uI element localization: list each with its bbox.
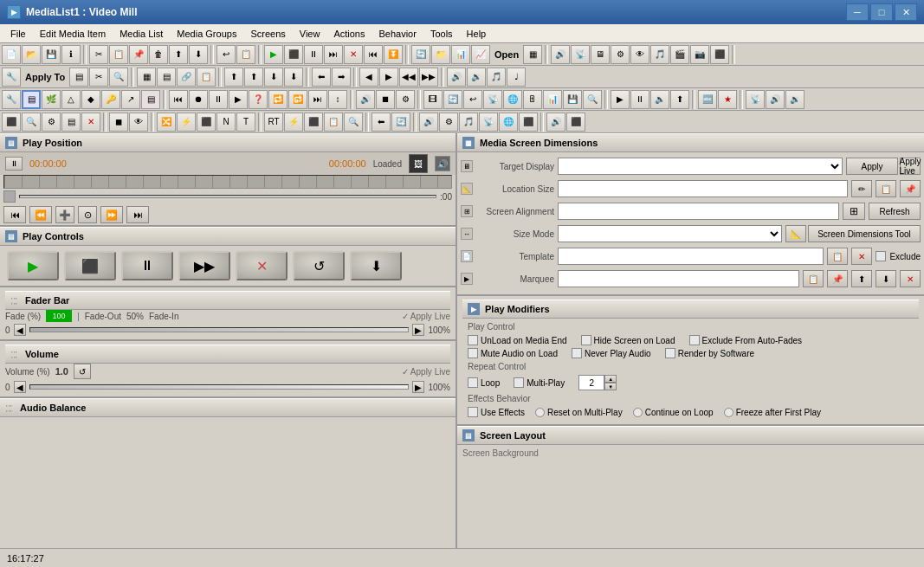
tb-copy[interactable]: 📋 bbox=[109, 45, 128, 64]
menu-tools[interactable]: Tools bbox=[423, 25, 460, 42]
tb4-b7[interactable]: 👁 bbox=[129, 113, 148, 132]
refresh-button[interactable]: ↺ bbox=[293, 251, 345, 280]
tb3-b10[interactable]: ⏺ bbox=[189, 90, 208, 109]
tb3-b6[interactable]: 🔑 bbox=[101, 90, 120, 109]
tb3-b7[interactable]: ↗ bbox=[121, 90, 140, 109]
tb3-b38[interactable]: 🔉 bbox=[785, 90, 804, 109]
multi-play-input[interactable]: 2 bbox=[578, 375, 604, 390]
tb3-b18[interactable]: 🔊 bbox=[356, 90, 375, 109]
tb4-b4[interactable]: ▤ bbox=[61, 113, 81, 132]
tb4-b17[interactable]: 🔍 bbox=[344, 113, 363, 132]
marquee-b1[interactable]: 📋 bbox=[803, 270, 824, 287]
marquee-b3[interactable]: ⬆ bbox=[851, 270, 872, 287]
tb2-b2[interactable]: ▤ bbox=[69, 68, 88, 87]
menu-media-list[interactable]: Media List bbox=[113, 25, 170, 42]
loop-checkbox[interactable] bbox=[468, 377, 478, 388]
tb3-b27[interactable]: 📊 bbox=[543, 90, 562, 109]
freeze-first-radio[interactable]: Freeze after First Play bbox=[724, 408, 821, 417]
multi-play-check[interactable]: Multi-Play bbox=[514, 377, 565, 388]
continue-loop-radio[interactable]: Continue on Loop bbox=[633, 408, 714, 417]
tb3-b12[interactable]: ▶ bbox=[229, 90, 248, 109]
tb4-b21[interactable]: ⚙ bbox=[439, 113, 458, 132]
menu-screens[interactable]: Screens bbox=[243, 25, 292, 42]
cancel-button[interactable]: ✕ bbox=[236, 251, 288, 280]
render-software-check[interactable]: Render by Software bbox=[665, 348, 754, 358]
tb3-b3[interactable]: 🌿 bbox=[42, 90, 61, 109]
tb3-b15[interactable]: 🔂 bbox=[288, 90, 307, 109]
tb-b16[interactable]: 🖥 bbox=[591, 45, 610, 64]
tb3-b34[interactable]: 🔤 bbox=[698, 90, 717, 109]
tb4-b5[interactable]: ✕ bbox=[81, 113, 100, 132]
mute-audio-check[interactable]: Mute Audio on Load bbox=[468, 348, 558, 358]
tb3-b29[interactable]: 🔍 bbox=[583, 90, 602, 109]
multi-play-spinbox[interactable]: 2 ▲ ▼ bbox=[578, 375, 617, 390]
stop-button[interactable]: ⬛ bbox=[64, 251, 116, 280]
tb4-b25[interactable]: ⬛ bbox=[519, 113, 538, 132]
tb2-b8[interactable]: 📋 bbox=[197, 68, 216, 87]
tb-b1[interactable]: ⬆ bbox=[169, 45, 188, 64]
fade-left-arrow[interactable]: ◀ bbox=[14, 324, 26, 336]
tb-b19[interactable]: 🎵 bbox=[650, 45, 669, 64]
tb2-b18[interactable]: ▶▶ bbox=[419, 68, 438, 87]
tb4-b18[interactable]: ⬅ bbox=[372, 113, 391, 132]
tb2-b6[interactable]: ▤ bbox=[157, 68, 176, 87]
tb3-b14[interactable]: 🔁 bbox=[268, 90, 288, 109]
tb2-b3[interactable]: ✂ bbox=[89, 68, 108, 87]
size-mode-icon-btn[interactable]: 📐 bbox=[785, 225, 806, 242]
tb-b22[interactable]: ⬛ bbox=[710, 45, 729, 64]
tb2-b13[interactable]: ⬅ bbox=[312, 68, 331, 87]
tb-b3[interactable]: ↩ bbox=[216, 45, 236, 64]
marquee-b2[interactable]: 📌 bbox=[827, 270, 848, 287]
never-play-checkbox[interactable] bbox=[572, 348, 582, 358]
eject-button[interactable]: ⬇ bbox=[350, 251, 402, 280]
tb3-b1[interactable]: 🔧 bbox=[2, 90, 21, 109]
tb4-b16[interactable]: 📋 bbox=[324, 113, 343, 132]
refresh-btn[interactable]: Refresh bbox=[869, 203, 921, 220]
close-button[interactable]: ✕ bbox=[895, 3, 917, 21]
marquee-b4[interactable]: ⬇ bbox=[876, 270, 896, 287]
step-fwd-btn[interactable]: ⏩ bbox=[100, 206, 123, 223]
tb3-b25[interactable]: 🌐 bbox=[503, 90, 522, 109]
tb-info[interactable]: ℹ bbox=[61, 45, 81, 64]
tb-b6[interactable]: ✕ bbox=[344, 45, 363, 64]
tb2-b20[interactable]: 🔉 bbox=[467, 68, 486, 87]
volume-apply-live-btn[interactable]: ✓ Apply Live bbox=[402, 367, 450, 377]
marquee-b5[interactable]: ✕ bbox=[900, 270, 921, 287]
alignment-input[interactable] bbox=[558, 203, 839, 220]
tb3-b26[interactable]: 🎚 bbox=[523, 90, 542, 109]
menu-edit-media-item[interactable]: Edit Media Item bbox=[33, 25, 113, 42]
menu-actions[interactable]: Actions bbox=[326, 25, 372, 42]
exclude-checkbox[interactable] bbox=[876, 251, 886, 261]
loc-copy-btn[interactable]: 📋 bbox=[876, 180, 896, 197]
tb2-b7[interactable]: 🔗 bbox=[177, 68, 196, 87]
tb3-b28[interactable]: 💾 bbox=[563, 90, 582, 109]
tb4-b26[interactable]: 🔊 bbox=[546, 113, 565, 132]
tb3-b24[interactable]: 📡 bbox=[483, 90, 502, 109]
tb4-b24[interactable]: 🌐 bbox=[499, 113, 518, 132]
use-effects-radio[interactable]: Use Effects bbox=[468, 407, 525, 417]
tb4-b23[interactable]: 📡 bbox=[479, 113, 498, 132]
tb-b2[interactable]: ⬇ bbox=[189, 45, 208, 64]
fade-right-arrow[interactable]: ▶ bbox=[412, 324, 424, 336]
tb2-b22[interactable]: ♩ bbox=[507, 68, 526, 87]
tb-b11[interactable]: 📊 bbox=[451, 45, 470, 64]
loop-check[interactable]: Loop bbox=[468, 377, 500, 388]
tb-b7[interactable]: ⏮ bbox=[364, 45, 383, 64]
tb-b4[interactable]: 📋 bbox=[236, 45, 255, 64]
multi-play-checkbox[interactable] bbox=[514, 377, 524, 388]
tb3-b35[interactable]: ★ bbox=[718, 90, 737, 109]
alignment-grid-btn[interactable]: ⊞ bbox=[843, 203, 865, 220]
size-mode-dropdown[interactable] bbox=[558, 225, 782, 242]
marquee-input[interactable] bbox=[558, 270, 799, 287]
tb2-b9[interactable]: ⬆ bbox=[224, 68, 243, 87]
reset-multi-radio[interactable]: Reset on Multi-Play bbox=[535, 408, 623, 417]
never-play-check[interactable]: Never Play Audio bbox=[572, 348, 651, 358]
menu-media-groups[interactable]: Media Groups bbox=[170, 25, 243, 42]
add-mark-btn[interactable]: ➕ bbox=[55, 206, 74, 223]
tb-b18[interactable]: 👁 bbox=[630, 45, 649, 64]
tb3-b5[interactable]: ◆ bbox=[81, 90, 100, 109]
loc-edit-btn[interactable]: ✏ bbox=[851, 180, 872, 197]
tb3-b36[interactable]: 📡 bbox=[746, 90, 765, 109]
tb3-b30[interactable]: ▶ bbox=[611, 90, 630, 109]
tb4-b1[interactable]: ⬛ bbox=[2, 113, 21, 132]
